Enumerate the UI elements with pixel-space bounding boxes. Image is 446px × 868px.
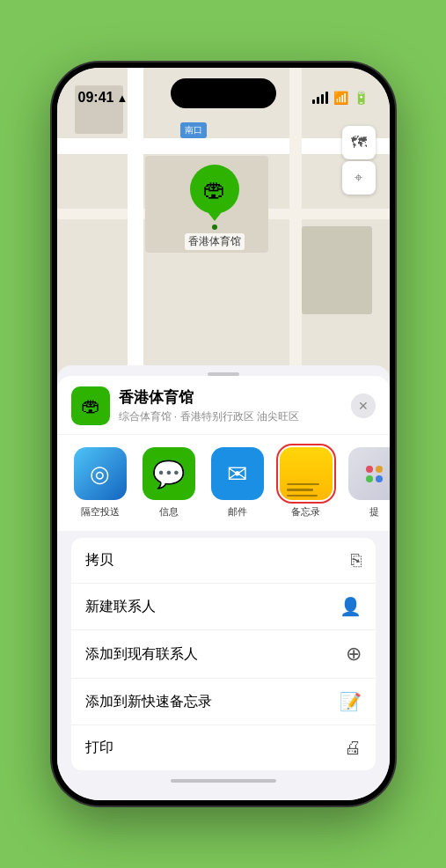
share-item-notes[interactable]: 备忘录 — [277, 447, 335, 519]
action-add-quick-note-label: 添加到新快速备忘录 — [85, 693, 212, 711]
venue-info: 香港体育馆 综合体育馆 · 香港特别行政区 油尖旺区 — [119, 387, 351, 424]
add-to-contact-icon: ⊕ — [346, 643, 362, 666]
action-add-to-contact[interactable]: 添加到现有联系人 ⊕ — [71, 630, 376, 679]
action-copy[interactable]: 拷贝 ⎘ — [71, 538, 376, 584]
map-type-button[interactable]: 🗺 — [342, 126, 376, 159]
more-icon-wrap — [348, 447, 390, 500]
map-label: 南口 — [180, 122, 207, 138]
signal-bars-icon — [312, 92, 328, 104]
pin-label: 香港体育馆 — [185, 233, 245, 250]
action-print[interactable]: 打印 🖨 — [71, 725, 376, 770]
venue-icon: 🏟 — [71, 386, 110, 425]
status-time: 09:41 ▲ — [78, 90, 128, 106]
location-button[interactable]: ⌖ — [342, 161, 376, 195]
share-item-mail[interactable]: ✉ 邮件 — [208, 447, 267, 519]
pin-dot — [212, 224, 217, 230]
notes-label: 备忘录 — [291, 505, 320, 519]
compass-icon: ⌖ — [355, 170, 362, 186]
airdrop-label: 隔空投送 — [81, 505, 120, 519]
share-item-messages[interactable]: 💬 信息 — [140, 447, 198, 519]
action-copy-label: 拷贝 — [85, 551, 113, 570]
share-item-more[interactable]: 提 — [346, 447, 390, 519]
notes-line-1 — [287, 483, 319, 486]
messages-label: 信息 — [159, 505, 179, 519]
share-row: ◎ 隔空投送 💬 信息 ✉ 邮件 — [57, 435, 390, 531]
airdrop-icon-wrap: ◎ — [74, 447, 127, 500]
location-arrow-icon: ▲ — [116, 92, 128, 105]
mail-icon: ✉ — [227, 460, 247, 489]
notes-line-2 — [287, 489, 314, 491]
more-label: 提 — [369, 505, 379, 519]
more-dots-icon — [366, 466, 383, 482]
mail-label: 邮件 — [228, 505, 247, 519]
wifi-icon: 📶 — [333, 91, 348, 105]
bottom-sheet: 🏟 香港体育馆 综合体育馆 · 香港特别行政区 油尖旺区 ✕ ◎ 隔空投送 — [57, 365, 390, 800]
messages-icon-wrap: 💬 — [143, 447, 195, 500]
action-new-contact-label: 新建联系人 — [85, 598, 156, 616]
venue-name: 香港体育馆 — [119, 387, 351, 408]
notes-lines — [280, 476, 333, 501]
messages-icon: 💬 — [152, 459, 185, 489]
status-icons: 📶 🔋 — [312, 91, 369, 105]
phone-frame: 09:41 ▲ 📶 🔋 南口 🗺 — [52, 63, 395, 805]
action-print-label: 打印 — [85, 739, 113, 757]
action-add-quick-note[interactable]: 添加到新快速备忘录 📝 — [71, 679, 376, 725]
notes-icon-wrap — [280, 447, 333, 500]
dynamic-island — [171, 78, 276, 108]
map-controls: 🗺 ⌖ — [342, 126, 376, 195]
print-icon: 🖨 — [344, 738, 362, 758]
phone-screen: 09:41 ▲ 📶 🔋 南口 🗺 — [57, 68, 390, 800]
stadium-icon: 🏟 — [203, 176, 226, 203]
venue-subtitle: 综合体育馆 · 香港特别行政区 油尖旺区 — [119, 409, 351, 424]
close-button[interactable]: ✕ — [351, 394, 376, 418]
action-new-contact[interactable]: 新建联系人 👤 — [71, 584, 376, 630]
share-item-airdrop[interactable]: ◎ 隔空投送 — [71, 447, 129, 519]
quick-note-icon: 📝 — [340, 691, 362, 712]
battery-icon: 🔋 — [354, 91, 369, 105]
location-pin: 🏟 香港体育馆 — [185, 165, 245, 250]
venue-header: 🏟 香港体育馆 综合体育馆 · 香港特别行政区 油尖旺区 ✕ — [57, 376, 390, 434]
action-add-to-contact-label: 添加到现有联系人 — [85, 645, 198, 664]
airdrop-icon: ◎ — [90, 460, 110, 488]
mail-icon-wrap: ✉ — [211, 447, 264, 500]
venue-stadium-icon: 🏟 — [81, 394, 100, 417]
notes-line-3 — [287, 495, 318, 497]
home-indicator — [171, 779, 276, 783]
copy-icon: ⎘ — [351, 550, 362, 570]
action-list: 拷贝 ⎘ 新建联系人 👤 添加到现有联系人 ⊕ 添加到新快速备忘录 📝 — [71, 538, 376, 770]
pin-circle: 🏟 — [190, 165, 239, 214]
map-type-icon: 🗺 — [351, 134, 367, 152]
new-contact-icon: 👤 — [340, 596, 362, 617]
